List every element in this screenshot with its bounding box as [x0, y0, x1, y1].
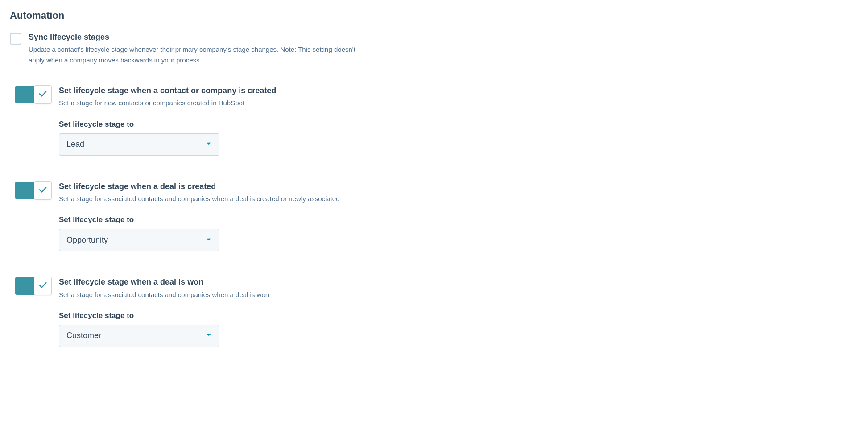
rule-deal-created-toggle[interactable] [15, 182, 51, 199]
chevron-down-icon [206, 331, 212, 340]
sync-lifecycle-title: Sync lifecycle stages [29, 32, 368, 42]
chevron-down-icon [206, 236, 212, 245]
section-heading: Automation [10, 10, 859, 21]
sync-lifecycle-description: Update a contact's lifecycle stage whene… [29, 44, 368, 65]
rule-deal-won-toggle[interactable] [15, 277, 51, 295]
rule-contact-created-title: Set lifecycle stage when a contact or co… [59, 86, 276, 96]
rule-contact-created-row: Set lifecycle stage when a contact or co… [15, 86, 859, 156]
rule-deal-created-content: Set lifecycle stage when a deal is creat… [59, 182, 340, 252]
rule-deal-won-select-value: Customer [66, 331, 101, 340]
rule-contact-created-content: Set lifecycle stage when a contact or co… [59, 86, 276, 156]
check-icon [38, 280, 48, 292]
rule-deal-created-row: Set lifecycle stage when a deal is creat… [15, 182, 859, 252]
check-icon [38, 89, 48, 100]
toggle-knob [34, 277, 52, 295]
rule-deal-created-select[interactable]: Opportunity [59, 229, 219, 251]
sync-lifecycle-row: Sync lifecycle stages Update a contact's… [10, 32, 859, 65]
toggle-knob [34, 181, 52, 200]
automation-settings-section: Automation Sync lifecycle stages Update … [0, 0, 868, 374]
rule-contact-created-select-value: Lead [66, 140, 84, 149]
sync-lifecycle-checkbox[interactable] [10, 33, 21, 45]
rule-deal-won-select-label: Set lifecycle stage to [59, 311, 269, 320]
rule-deal-created-title: Set lifecycle stage when a deal is creat… [59, 182, 340, 192]
rule-contact-created-toggle[interactable] [15, 86, 51, 103]
rule-contact-created-description: Set a stage for new contacts or companie… [59, 98, 276, 108]
rule-deal-won-description: Set a stage for associated contacts and … [59, 289, 269, 300]
rule-deal-created-description: Set a stage for associated contacts and … [59, 194, 340, 204]
sync-lifecycle-content: Sync lifecycle stages Update a contact's… [29, 32, 368, 65]
rule-deal-won-row: Set lifecycle stage when a deal is won S… [15, 277, 859, 347]
rule-deal-won-title: Set lifecycle stage when a deal is won [59, 277, 269, 287]
rule-deal-won-select[interactable]: Customer [59, 325, 219, 347]
rule-contact-created-select-label: Set lifecycle stage to [59, 120, 276, 129]
rule-deal-won-content: Set lifecycle stage when a deal is won S… [59, 277, 269, 347]
toggle-knob [34, 85, 52, 104]
rule-contact-created-select[interactable]: Lead [59, 133, 219, 156]
chevron-down-icon [206, 140, 212, 149]
rule-deal-created-select-value: Opportunity [66, 236, 108, 245]
rule-deal-created-select-label: Set lifecycle stage to [59, 215, 340, 224]
check-icon [38, 185, 48, 196]
